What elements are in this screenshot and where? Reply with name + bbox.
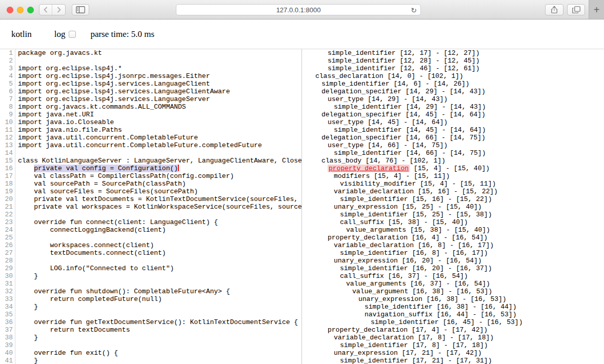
code-line[interactable] <box>18 149 301 157</box>
tree-node[interactable]: simple_identifier [15, 25] - [15, 38]) <box>302 211 604 218</box>
code-line[interactable]: import org.eclipse.lsp4j.services.Langua… <box>18 95 301 103</box>
code-line[interactable]: import org.eclipse.lsp4j.* <box>18 65 301 72</box>
code-line[interactable]: val classPath = CompilerClassPath(config… <box>18 172 301 180</box>
code-line[interactable]: import org.eclipse.lsp4j.services.Langua… <box>18 80 301 88</box>
zoom-icon[interactable] <box>27 7 34 13</box>
tree-node[interactable]: unary_expression [16, 20] - [16, 54]) <box>302 257 604 265</box>
highlighted-node-name[interactable]: property_declaration <box>328 165 410 172</box>
tree-node[interactable]: simple_identifier [14, 66] - [14, 75]) <box>302 149 604 157</box>
tree-node[interactable]: property_declaration [16, 4] - [16, 54]) <box>302 234 604 241</box>
tree-node[interactable]: navigation_suffix [16, 44] - [16, 53]) <box>302 311 604 318</box>
minimize-icon[interactable] <box>17 7 24 13</box>
code-line[interactable]: private val config = Configuration() <box>18 165 301 172</box>
tree-node[interactable]: simple_identifier [16, 38] - [16, 44]) <box>302 303 604 311</box>
tree-node[interactable]: call_suffix [16, 37] - [16, 54]) <box>302 272 604 280</box>
tree-node[interactable]: value_argument [16, 38] - [16, 53]) <box>302 288 604 295</box>
tree-node[interactable]: simple_identifier [12, 28] - [12, 45]) <box>302 57 604 65</box>
code-line[interactable]: } <box>18 303 301 311</box>
code-line[interactable]: } <box>18 272 301 280</box>
tree-node[interactable]: unary_expression [15, 25] - [15, 40]) <box>302 203 604 211</box>
code-line[interactable]: package org.javacs.kt <box>18 49 301 57</box>
tree-node[interactable]: simple_identifier [12, 17] - [12, 27]) <box>302 49 604 57</box>
code-lines[interactable]: package org.javacs.ktimport org.eclipse.… <box>15 49 301 364</box>
tree-node[interactable]: value_arguments [16, 37] - [16, 54]) <box>302 280 604 288</box>
code-editor[interactable]: 1234567891011121314151617181920212223242… <box>0 49 302 364</box>
tree-node[interactable]: simple_identifier [14, 45] - [14, 64]) <box>302 126 604 134</box>
tree-node[interactable]: simple_identifier [16, 45] - [16, 53]) <box>302 318 604 326</box>
close-icon[interactable] <box>7 7 13 13</box>
code-line[interactable]: override fun getTextDocumentService(): K… <box>18 318 301 326</box>
line-number: 30 <box>0 272 13 280</box>
code-line[interactable]: return completedFuture(null) <box>18 295 301 303</box>
tree-node[interactable]: user_type [14, 29] - [14, 43]) <box>302 95 604 103</box>
code-line[interactable]: private val workspaces = KotlinWorkspace… <box>18 203 301 211</box>
code-line[interactable]: LOG.info("Connected to client") <box>18 265 301 272</box>
code-line[interactable]: import org.eclipse.lsp4j.services.Langua… <box>18 88 301 95</box>
back-button[interactable] <box>39 5 52 15</box>
code-line[interactable]: override fun shutdown(): CompletableFutu… <box>18 288 301 295</box>
tree-node[interactable]: value_arguments [15, 38] - [15, 40]) <box>302 226 604 234</box>
tree-node[interactable]: call_suffix [15, 38] - [15, 40]) <box>302 218 604 226</box>
share-button[interactable] <box>545 4 563 15</box>
code-line[interactable]: private val textDocuments = KotlinTextDo… <box>18 195 301 203</box>
tree-node[interactable]: simple_identifier [17, 21] - [17, 31]) <box>302 357 604 364</box>
tree-node[interactable]: user_type [14, 45] - [14, 64]) <box>302 118 604 126</box>
code-line[interactable]: workspaces.connect(client) <box>18 241 301 249</box>
code-line[interactable]: val sourceFiles = SourceFiles(sourcePath… <box>18 188 301 195</box>
new-tab-button[interactable]: + <box>589 0 604 19</box>
code-line[interactable]: connectLoggingBackend(client) <box>18 226 301 234</box>
tree-node[interactable]: property_declaration [17, 4] - [17, 42]) <box>302 326 604 334</box>
line-number: 34 <box>0 303 13 311</box>
tree-node[interactable]: delegation_specifier [14, 29] - [14, 43]… <box>302 88 604 95</box>
code-line[interactable]: textDocuments.connect(client) <box>18 249 301 257</box>
tree-node[interactable]: simple_identifier [15, 16] - [15, 22]) <box>302 195 604 203</box>
code-line[interactable]: return textDocuments <box>18 326 301 334</box>
forward-button[interactable] <box>52 5 65 15</box>
tree-node[interactable]: simple_identifier [14, 6] - [14, 26]) <box>302 80 604 88</box>
tree-node[interactable]: simple_identifier [12, 46] - [12, 61]) <box>302 65 604 72</box>
tree-node[interactable]: delegation_specifier [14, 66] - [14, 75]… <box>302 134 604 141</box>
reload-icon[interactable]: ↻ <box>411 6 417 14</box>
tree-node[interactable]: simple_identifier [16, 20] - [16, 37]) <box>302 265 604 272</box>
code-line[interactable] <box>18 57 301 65</box>
tree-node[interactable]: variable_declaration [15, 16] - [15, 22]… <box>302 188 604 195</box>
code-line[interactable]: import java.io.Closeable <box>18 118 301 126</box>
line-number: 7 <box>0 95 13 103</box>
code-line[interactable] <box>18 280 301 288</box>
code-line[interactable]: override fun connect(client: LanguageCli… <box>18 218 301 226</box>
tree-node[interactable]: class_declaration [14, 0] - [102, 1]) <box>302 72 604 80</box>
tree-node-highlighted[interactable]: property_declaration [15, 4] - [15, 40]) <box>302 165 604 172</box>
tab-overview-button[interactable] <box>567 4 585 15</box>
tree-node[interactable]: unary_expression [16, 38] - [16, 53]) <box>302 295 604 303</box>
code-line[interactable] <box>18 234 301 241</box>
tree-node[interactable]: simple_identifier [16, 8] - [16, 17]) <box>302 249 604 257</box>
tree-node[interactable]: delegation_specifier [14, 45] - [14, 64]… <box>302 111 604 118</box>
tree-node[interactable]: unary_expression [17, 21] - [17, 42]) <box>302 349 604 357</box>
code-line[interactable]: import java.util.concurrent.CompletableF… <box>18 141 301 149</box>
code-line[interactable] <box>18 211 301 218</box>
tree-node[interactable]: modifiers [15, 4] - [15, 11]) <box>302 172 604 180</box>
tree-node[interactable]: class_body [14, 76] - [102, 1]) <box>302 157 604 165</box>
code-line[interactable]: import java.util.concurrent.CompletableF… <box>18 134 301 141</box>
tree-node[interactable]: user_type [14, 66] - [14, 75]) <box>302 141 604 149</box>
code-line[interactable]: import org.eclipse.lsp4j.jsonrpc.message… <box>18 72 301 80</box>
code-line[interactable]: override fun exit() { <box>18 349 301 357</box>
address-bar[interactable]: 127.0.0.1:8000 ↻ <box>176 4 421 15</box>
tree-node[interactable]: visibility_modifier [15, 4] - [15, 11]) <box>302 180 604 188</box>
code-line[interactable]: } <box>18 334 301 341</box>
code-line[interactable] <box>18 341 301 349</box>
tree-node[interactable]: variable_declaration [16, 8] - [16, 17]) <box>302 241 604 249</box>
code-line[interactable]: import java.net.URI <box>18 111 301 118</box>
code-line[interactable]: val sourcePath = SourcePath(classPath) <box>18 180 301 188</box>
code-line[interactable]: import java.nio.file.Paths <box>18 126 301 134</box>
tree-node[interactable]: simple_identifier [14, 29] - [14, 43]) <box>302 103 604 111</box>
code-line[interactable] <box>18 257 301 265</box>
code-line[interactable]: import org.javacs.kt.commands.ALL_COMMAN… <box>18 103 301 111</box>
code-line[interactable] <box>18 311 301 318</box>
sidebar-toggle-button[interactable] <box>72 4 89 15</box>
code-line[interactable]: class KotlinLanguageServer : LanguageSer… <box>18 157 301 165</box>
tree-node[interactable]: simple_identifier [17, 8] - [17, 18]) <box>302 341 604 349</box>
code-line[interactable]: } <box>18 357 301 364</box>
log-checkbox[interactable] <box>69 31 76 38</box>
tree-node[interactable]: variable_declaration [17, 8] - [17, 18]) <box>302 334 604 341</box>
